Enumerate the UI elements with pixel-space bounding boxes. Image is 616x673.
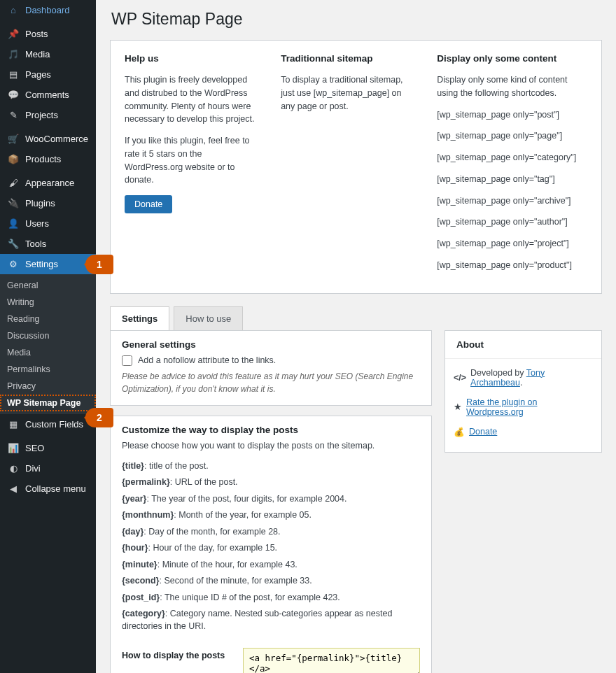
sidebar-item-media[interactable]: 🎵Media xyxy=(0,44,96,64)
sidebar-item-label: Custom Fields xyxy=(25,419,83,430)
code-icon: </> xyxy=(454,373,466,383)
sidebar-item-label: Pages xyxy=(25,69,51,80)
sidebar-item-label: Users xyxy=(25,218,49,229)
submenu-item-privacy[interactable]: Privacy xyxy=(0,378,96,395)
settings-submenu: GeneralWritingReadingDiscussionMediaPerm… xyxy=(0,274,96,414)
sidebar-item-label: Plugins xyxy=(25,198,55,208)
sidebar-item-label: SEO xyxy=(25,443,44,453)
about-heading: About xyxy=(445,331,601,359)
page-icon: ▤ xyxy=(7,69,20,80)
customize-intro: Please choose how you want to display th… xyxy=(122,441,420,451)
nofollow-help: Please be advice to avoid this feature a… xyxy=(122,370,420,395)
submenu-item-reading[interactable]: Reading xyxy=(0,311,96,327)
sidebar-item-settings[interactable]: ⚙Settings1 xyxy=(0,254,96,274)
about-panel: About </> Developed by Tony Archambeau. … xyxy=(444,330,602,453)
customize-heading: Customize the way to display the posts xyxy=(111,416,431,441)
template-var: {category}: Category name. Nested sub-ca… xyxy=(122,608,420,632)
template-var: {title}: title of the post. xyxy=(122,460,420,473)
nofollow-label: Add a nofollow attribute to the links. xyxy=(138,355,276,365)
callout-1: 1 xyxy=(85,255,113,274)
sidebar-item-label: Media xyxy=(7,348,31,357)
how-display-label: How to display the posts xyxy=(122,648,230,660)
sidebar-item-products[interactable]: 📦Products xyxy=(0,149,96,169)
info-panel: Help us This plugin is freely developped… xyxy=(110,40,602,294)
sidebar-item-seo[interactable]: 📊SEO xyxy=(0,438,96,458)
sidebar-item-label: Appearance xyxy=(25,178,74,188)
shortcode-item: [wp_sitemap_page only="post"] xyxy=(437,108,587,122)
template-var: {hour}: Hour of the day, for example 15. xyxy=(122,542,420,555)
star-icon: ★ xyxy=(454,402,462,412)
seo-icon: 📊 xyxy=(7,443,20,453)
submenu-item-permalinks[interactable]: Permalinks xyxy=(0,361,96,378)
sidebar-item-appearance[interactable]: 🖌Appearance xyxy=(0,173,96,193)
pin-icon: 📌 xyxy=(7,29,20,39)
sidebar-item-collapse-menu[interactable]: ◀Collapse menu xyxy=(0,479,96,499)
general-settings-panel: General settings Add a nofollow attribut… xyxy=(110,330,432,406)
shortcode-item: [wp_sitemap_page only="category"] xyxy=(437,151,587,164)
sidebar-item-dashboard[interactable]: ⌂Dashboard xyxy=(0,0,96,20)
sidebar-item-plugins[interactable]: 🔌Plugins xyxy=(0,193,96,213)
rate-link[interactable]: Rate the plugin on Wordpress.org xyxy=(466,397,593,417)
sidebar-item-woocommerce[interactable]: 🛒WooCommerce xyxy=(0,129,96,149)
submenu-item-wp-sitemap-page[interactable]: WP Sitemap Page2 xyxy=(0,395,96,411)
traditional-text: To display a traditional sitemap, just u… xyxy=(281,73,417,113)
sidebar-item-posts[interactable]: 📌Posts xyxy=(0,24,96,44)
traditional-column: Traditionnal sitemap To display a tradit… xyxy=(281,53,417,281)
custom-icon: ▦ xyxy=(7,419,20,430)
tab-settings[interactable]: Settings xyxy=(110,306,169,331)
sidebar-item-custom-fields[interactable]: ▦Custom Fields xyxy=(0,414,96,434)
page-title: WP Sitemap Page xyxy=(111,10,602,29)
help-us-text2: If you like this plugin, feel free to ra… xyxy=(125,134,261,187)
sidebar-item-label: Privacy xyxy=(7,381,36,391)
donate-link[interactable]: Donate xyxy=(469,427,497,437)
comment-icon: 💬 xyxy=(7,90,20,100)
template-var: {second}: Second of the minute, for exam… xyxy=(122,575,420,588)
template-var: {minute}: Minute of the hour, for exampl… xyxy=(122,559,420,572)
displayonly-column: Display only some content Display only s… xyxy=(437,53,587,281)
donate-icon: 💰 xyxy=(454,427,465,437)
sidebar-item-label: Settings xyxy=(25,259,58,269)
sidebar-item-label: Permalinks xyxy=(7,364,50,374)
media-icon: 🎵 xyxy=(7,49,20,59)
plugin-icon: 🔌 xyxy=(7,198,20,208)
tab-bar: Settings How to use xyxy=(110,306,602,331)
sidebar-item-users[interactable]: 👤Users xyxy=(0,213,96,234)
admin-sidebar: ⌂Dashboard📌Posts🎵Media▤Pages💬Comments✎Pr… xyxy=(0,0,96,673)
help-us-heading: Help us xyxy=(125,53,261,64)
template-var: {year}: The year of the post, four digit… xyxy=(122,493,420,506)
submenu-item-writing[interactable]: Writing xyxy=(0,294,96,311)
submenu-item-discussion[interactable]: Discussion xyxy=(0,327,96,344)
shortcode-item: [wp_sitemap_page only="page"] xyxy=(437,129,587,143)
template-var: {day}: Day of the month, for example 28. xyxy=(122,526,420,539)
how-display-textarea[interactable] xyxy=(243,648,420,673)
sidebar-item-label: Posts xyxy=(25,29,48,39)
submenu-item-media[interactable]: Media xyxy=(0,344,96,361)
template-var: {monthnum}: Month of the year, for examp… xyxy=(122,509,420,522)
displayonly-heading: Display only some content xyxy=(437,53,587,64)
submenu-item-general[interactable]: General xyxy=(0,277,96,294)
sidebar-item-projects[interactable]: ✎Projects xyxy=(0,105,96,125)
divi-icon: ◐ xyxy=(7,463,20,474)
projects-icon: ✎ xyxy=(7,110,20,120)
sidebar-item-label: Reading xyxy=(7,314,40,324)
tab-howto[interactable]: How to use xyxy=(174,306,243,331)
customize-panel: Customize the way to display the posts P… xyxy=(110,416,432,674)
sidebar-item-label: Tools xyxy=(25,239,46,249)
sidebar-item-divi[interactable]: ◐Divi xyxy=(0,458,96,479)
shortcode-item: [wp_sitemap_page only="author"] xyxy=(437,215,587,229)
help-us-column: Help us This plugin is freely developped… xyxy=(125,53,261,281)
help-us-text: This plugin is freely developped and dis… xyxy=(125,73,261,126)
nofollow-checkbox[interactable] xyxy=(122,355,132,366)
sidebar-item-tools[interactable]: 🔧Tools xyxy=(0,234,96,254)
template-var: {post_id}: The unique ID # of the post, … xyxy=(122,592,420,604)
main-content: WP Sitemap Page Help us This plugin is f… xyxy=(96,0,616,673)
sidebar-item-label: Projects xyxy=(25,110,58,120)
collapse-icon: ◀ xyxy=(7,483,20,494)
sidebar-item-comments[interactable]: 💬Comments xyxy=(0,85,96,105)
shortcode-item: [wp_sitemap_page only="product"] xyxy=(437,259,587,272)
sidebar-item-label: Comments xyxy=(25,90,69,100)
sidebar-item-pages[interactable]: ▤Pages xyxy=(0,64,96,85)
general-settings-heading: General settings xyxy=(111,331,431,355)
donate-button[interactable]: Donate xyxy=(125,195,172,213)
appearance-icon: 🖌 xyxy=(7,178,20,188)
